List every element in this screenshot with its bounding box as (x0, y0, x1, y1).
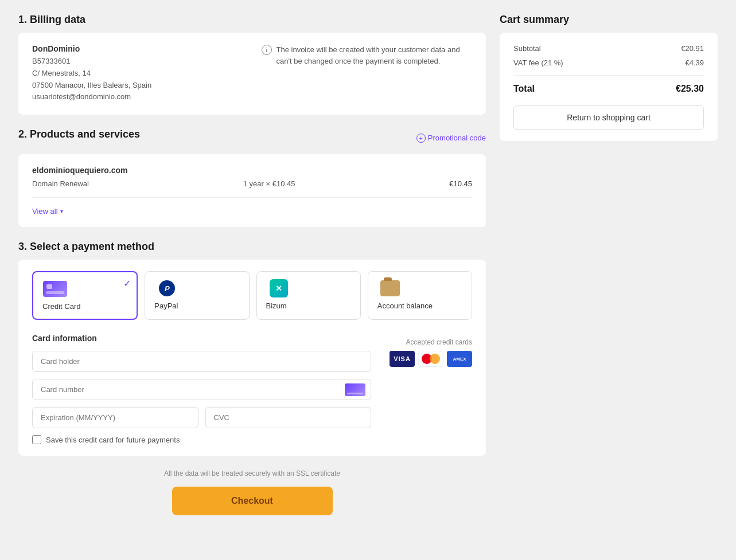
card-holder-group (32, 351, 371, 372)
bizum-label: Bizum (266, 301, 351, 310)
mastercard-logo (418, 351, 443, 367)
billing-section-title: 1. Billing data (18, 14, 486, 26)
accepted-cards-title: Accepted credit cards (390, 338, 472, 346)
save-card-label: Save this credit card for future payment… (46, 436, 180, 444)
promo-icon: + (416, 134, 426, 143)
vat-row: VAT fee (21 %) €4.39 (513, 58, 704, 67)
products-card: eldominioquequiero.com Domain Renewal 1 … (18, 154, 486, 227)
payment-card: ✓ Credit Card P PayPal ✕ (18, 260, 486, 456)
product-divider (32, 197, 472, 198)
vat-id: B57333601 (32, 56, 243, 68)
product-duration: 1 year × €10.45 (243, 179, 295, 188)
card-info-section: Card information Save this cr (32, 334, 472, 444)
payment-method-paypal[interactable]: P PayPal (145, 271, 249, 320)
products-section-title: 2. Products and services (18, 128, 140, 140)
accepted-cards: Accepted credit cards VISA AMEX (390, 334, 472, 444)
check-icon: ✓ (123, 278, 131, 289)
card-form: Card information Save this cr (32, 334, 371, 444)
chevron-down-icon: ▾ (60, 208, 63, 214)
expiry-input[interactable] (32, 407, 198, 428)
domain-name: eldominioquequiero.com (32, 166, 472, 175)
payment-method-bizum[interactable]: ✕ Bizum (256, 271, 361, 320)
billing-notice-text: The invoice will be created with your cu… (277, 44, 473, 66)
billing-notice: i The invoice will be created with your … (262, 44, 473, 66)
info-icon: i (262, 45, 272, 55)
product-price: €10.45 (449, 179, 472, 188)
ssl-notice: All the data will be treated securely wi… (18, 469, 486, 477)
summary-divider (513, 75, 704, 76)
amex-logo: AMEX (447, 351, 472, 367)
cart-summary-title: Cart summary (500, 14, 718, 26)
total-row: Total €25.30 (513, 84, 704, 94)
payment-method-credit-card[interactable]: ✓ Credit Card (32, 271, 138, 320)
save-card-row: Save this credit card for future payment… (32, 435, 371, 444)
promo-code-label: Promotional code (428, 134, 486, 142)
wallet-icon-wrapper (377, 280, 403, 297)
credit-card-label: Credit Card (42, 302, 127, 311)
address-line2: 07500 Manacor, Illes Balears, Spain (32, 80, 243, 92)
checkout-wrapper: Checkout (18, 487, 486, 515)
expiry-cvc-row (32, 407, 371, 428)
sidebar: Cart summary Subtotal €20.91 VAT fee (21… (500, 14, 718, 534)
checkout-button[interactable]: Checkout (172, 487, 333, 515)
wallet-icon (380, 280, 400, 296)
product-label: Domain Renewal (32, 179, 89, 188)
subtotal-row: Subtotal €20.91 (513, 44, 704, 53)
payment-methods-grid: ✓ Credit Card P PayPal ✕ (32, 271, 472, 320)
address-line1: C/ Menestrals, 14 (32, 68, 243, 80)
credit-card-icon (43, 281, 67, 297)
bizum-icon-wrapper: ✕ (266, 280, 291, 297)
card-logos: VISA AMEX (390, 351, 472, 367)
paypal-icon: P (159, 280, 175, 296)
return-to-cart-button[interactable]: Return to shopping cart (513, 105, 704, 130)
bizum-icon: ✕ (270, 279, 288, 297)
paypal-label: PayPal (154, 301, 239, 310)
billing-card: DonDominio B57333601 C/ Menestrals, 14 0… (18, 33, 486, 115)
card-icon (345, 383, 365, 396)
card-info-title: Card information (32, 334, 371, 343)
cart-summary-card: Subtotal €20.91 VAT fee (21 %) €4.39 Tot… (500, 33, 718, 141)
card-holder-input[interactable] (32, 351, 371, 372)
view-all-link[interactable]: View all ▾ (32, 207, 472, 216)
visa-logo: VISA (390, 351, 415, 367)
view-all-label: View all (32, 207, 58, 216)
paypal-icon-wrapper: P (154, 280, 180, 297)
promo-code-link[interactable]: + Promotional code (416, 134, 486, 143)
product-row: Domain Renewal 1 year × €10.45 €10.45 (32, 179, 472, 188)
products-header: 2. Products and services + Promotional c… (18, 128, 486, 147)
payment-section-title: 3. Select a payment method (18, 241, 486, 253)
total-label: Total (513, 84, 535, 94)
vat-label: VAT fee (21 %) (513, 58, 563, 67)
credit-card-icon-wrapper (42, 280, 68, 297)
save-card-checkbox[interactable] (32, 435, 41, 444)
payment-method-account-balance[interactable]: Account balance (368, 271, 472, 320)
main-content: 1. Billing data DonDominio B57333601 C/ … (18, 14, 486, 534)
total-value: €25.30 (676, 84, 704, 94)
billing-row: DonDominio B57333601 C/ Menestrals, 14 0… (32, 44, 472, 103)
company-name: DonDominio (32, 44, 243, 53)
card-number-input[interactable] (32, 379, 371, 400)
vat-value: €4.39 (685, 58, 704, 67)
cvc-input[interactable] (205, 407, 372, 428)
billing-email: usuariotest@dondominio.com (32, 91, 243, 103)
account-balance-label: Account balance (377, 301, 462, 310)
subtotal-value: €20.91 (681, 44, 704, 53)
billing-address: DonDominio B57333601 C/ Menestrals, 14 0… (32, 44, 243, 103)
card-number-group (32, 379, 371, 400)
subtotal-label: Subtotal (513, 44, 541, 53)
